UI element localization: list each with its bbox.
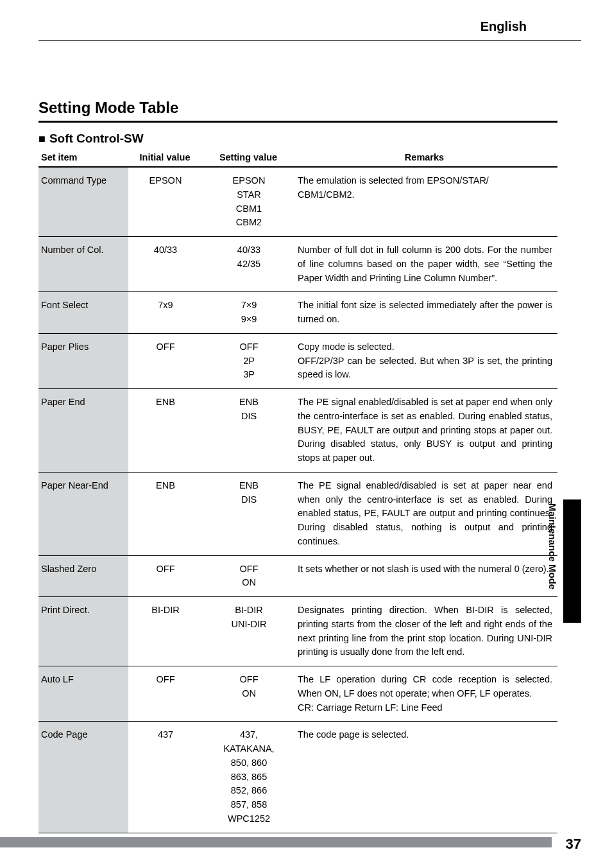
remarks-cell: Designates printing direction. When BI-D… (295, 597, 557, 666)
page-number: 37 (566, 836, 581, 853)
bullet-square-icon: ■ (38, 132, 46, 146)
table-row: Command TypeEPSONEPSON STAR CBM1 CBM2The… (38, 167, 557, 237)
table-row: Auto LFOFFOFF ONThe LF operation during … (38, 666, 557, 722)
remarks-cell: The code page is selected. (295, 722, 557, 833)
initial-value-cell: BI-DIR (128, 597, 205, 666)
side-tab (563, 499, 581, 623)
setting-value-cell: ENB DIS (205, 472, 295, 555)
set-item-cell: Code Page (38, 722, 128, 833)
side-label: Maintenance Mode (547, 503, 558, 589)
table-row: Print Direct.BI-DIRBI-DIR UNI-DIRDesigna… (38, 597, 557, 666)
initial-value-cell: 7x9 (128, 292, 205, 334)
table-row: Paper EndENBENB DISThe PE signal enabled… (38, 389, 557, 473)
remarks-cell: Copy mode is selected. OFF/2P/3P can be … (295, 333, 557, 388)
language-label: English (480, 19, 527, 34)
footer-bar (0, 837, 552, 847)
section-title: Setting Mode Table (38, 99, 557, 123)
initial-value-cell: ENB (128, 389, 205, 473)
set-item-cell: Slashed Zero (38, 555, 128, 597)
table-row: Code Page437437, KATAKANA, 850, 860 863,… (38, 722, 557, 833)
initial-value-cell: OFF (128, 333, 205, 388)
remarks-cell: The initial font size is selected immedi… (295, 292, 557, 334)
table-row: Slashed ZeroOFFOFF ONIt sets whether or … (38, 555, 557, 597)
table-row: Paper Near-EndENBENB DISThe PE signal en… (38, 472, 557, 555)
set-item-cell: Print Direct. (38, 597, 128, 666)
set-item-cell: Paper Plies (38, 333, 128, 388)
setting-value-cell: ENB DIS (205, 389, 295, 473)
setting-value-cell: EPSON STAR CBM1 CBM2 (205, 167, 295, 237)
remarks-cell: The PE signal enabled/disabled is set at… (295, 389, 557, 473)
initial-value-cell: 437 (128, 722, 205, 833)
subsection-title: Soft Control-SW (49, 132, 144, 146)
remarks-cell: It sets whether or not slash is used wit… (295, 555, 557, 597)
setting-value-cell: BI-DIR UNI-DIR (205, 597, 295, 666)
initial-value-cell: ENB (128, 472, 205, 555)
remarks-cell: The PE signal enabled/disabled is set at… (295, 472, 557, 555)
set-item-cell: Command Type (38, 167, 128, 237)
col-initial-value: Initial value (128, 148, 205, 167)
col-set-item: Set item (38, 148, 128, 167)
set-item-cell: Paper End (38, 389, 128, 473)
initial-value-cell: OFF (128, 555, 205, 597)
set-item-cell: Font Select (38, 292, 128, 334)
initial-value-cell: OFF (128, 666, 205, 722)
setting-value-cell: 437, KATAKANA, 850, 860 863, 865 852, 86… (205, 722, 295, 833)
remarks-cell: The emulation is selected from EPSON/STA… (295, 167, 557, 237)
initial-value-cell: EPSON (128, 167, 205, 237)
setting-value-cell: OFF ON (205, 555, 295, 597)
settings-table: Set item Initial value Setting value Rem… (38, 148, 557, 833)
set-item-cell: Number of Col. (38, 237, 128, 292)
setting-value-cell: OFF ON (205, 666, 295, 722)
set-item-cell: Paper Near-End (38, 472, 128, 555)
col-setting-value: Setting value (205, 148, 295, 167)
initial-value-cell: 40/33 (128, 237, 205, 292)
table-row: Font Select7x97×9 9×9The initial font si… (38, 292, 557, 334)
col-remarks: Remarks (295, 148, 557, 167)
setting-value-cell: 40/33 42/35 (205, 237, 295, 292)
remarks-cell: Number of full dot in full column is 200… (295, 237, 557, 292)
setting-value-cell: OFF 2P 3P (205, 333, 295, 388)
table-row: Paper PliesOFFOFF 2P 3PCopy mode is sele… (38, 333, 557, 388)
setting-value-cell: 7×9 9×9 (205, 292, 295, 334)
remarks-cell: The LF operation during CR code receptio… (295, 666, 557, 722)
table-row: Number of Col.40/3340/33 42/35Number of … (38, 237, 557, 292)
set-item-cell: Auto LF (38, 666, 128, 722)
